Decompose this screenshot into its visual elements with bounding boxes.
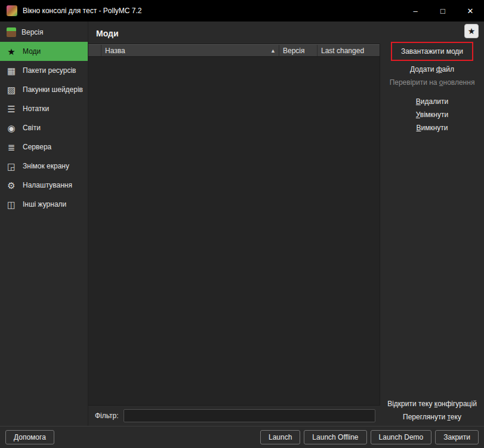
sidebar-item-servers[interactable]: ≣ Сервера	[0, 137, 88, 157]
maximize-button[interactable]: □	[429, 0, 457, 22]
sidebar-item-label: Версія	[21, 28, 44, 36]
launch-button[interactable]: Launch	[260, 430, 300, 444]
table-header-row: Назва ▲ Версія Last changed	[88, 44, 380, 57]
mods-table-body	[88, 57, 380, 405]
app-icon	[7, 5, 17, 16]
resource-pack-icon: ▦	[5, 66, 17, 75]
filter-row: Фільтр:	[88, 406, 380, 426]
select-column-header[interactable]	[88, 45, 101, 56]
sidebar-item-resource-packs[interactable]: ▦ Пакети ресурсів	[0, 61, 88, 80]
sidebar-item-worlds[interactable]: ◉ Світи	[0, 118, 88, 137]
sidebar-item-version[interactable]: Версія	[0, 23, 88, 42]
footer-bar: Допомога Launch Launch Offline Launch De…	[0, 426, 484, 448]
sidebar-item-label: Налаштування	[23, 181, 72, 189]
column-header-name-label: Назва	[105, 47, 125, 55]
launch-offline-button[interactable]: Launch Offline	[304, 430, 366, 444]
help-button[interactable]: Допомога	[5, 430, 54, 444]
launch-demo-button[interactable]: Launch Demo	[371, 430, 432, 444]
titlebar-close-button[interactable]: ✕	[457, 0, 484, 22]
sidebar-item-label: Інші журнали	[23, 200, 66, 208]
column-header-name[interactable]: Назва ▲	[101, 45, 279, 56]
sort-asc-icon: ▲	[270, 48, 276, 54]
sidebar-item-label: Знімок екрану	[23, 162, 69, 170]
delete-button[interactable]: Видалити	[411, 95, 453, 108]
filter-input[interactable]	[124, 409, 375, 422]
sidebar-item-mods[interactable]: ★ Моди	[0, 42, 88, 61]
sidebar-item-screenshots[interactable]: ◲ Знімок екрану	[0, 157, 88, 176]
grass-block-icon	[7, 27, 16, 37]
favorite-star-icon: ★	[468, 26, 476, 36]
annotation-highlight: Завантажити моди	[391, 42, 473, 61]
sidebar-item-label: Нотатки	[23, 105, 49, 113]
disable-button[interactable]: Вимкнути	[411, 121, 452, 134]
column-header-last-changed[interactable]: Last changed	[317, 45, 380, 56]
sidebar-item-label: Світи	[23, 124, 41, 132]
sidebar: Версія ★ Моди ▦ Пакети ресурсів ▨ Пакунк…	[0, 22, 88, 426]
worlds-icon: ◉	[5, 124, 17, 133]
minimize-button[interactable]: –	[402, 0, 429, 22]
column-header-version[interactable]: Версія	[279, 45, 317, 56]
mods-table: Назва ▲ Версія Last changed	[88, 44, 380, 406]
sidebar-item-notes[interactable]: ☰ Нотатки	[0, 99, 88, 118]
settings-icon: ⚙	[5, 181, 17, 190]
check-updates-button[interactable]: Перевірити на оновлення	[385, 76, 480, 89]
notes-icon: ☰	[5, 105, 17, 113]
page-title: Моди	[96, 29, 380, 38]
enable-button[interactable]: Увімкнути	[411, 108, 453, 121]
screenshot-icon: ◲	[5, 162, 17, 171]
logs-icon: ◫	[5, 200, 17, 209]
sidebar-item-label: Пакунки шейдерів	[23, 85, 83, 94]
sidebar-item-label: Пакети ресурсів	[23, 66, 76, 75]
servers-icon: ≣	[5, 143, 17, 152]
title-bar: Вікно консолі для тест - PollyMC 7.2 – □…	[0, 0, 484, 22]
sidebar-item-settings[interactable]: ⚙ Налаштування	[0, 176, 88, 195]
sidebar-item-shader-packs[interactable]: ▨ Пакунки шейдерів	[0, 80, 88, 99]
add-file-button[interactable]: Додати файл	[405, 63, 459, 76]
sidebar-item-label: Моди	[23, 47, 41, 56]
shader-pack-icon: ▨	[5, 85, 17, 94]
star-icon: ★	[5, 47, 17, 56]
sidebar-item-other-logs[interactable]: ◫ Інші журнали	[0, 195, 88, 214]
mods-page: Моди Назва ▲ Версія Last changed Фільтр:	[88, 22, 380, 426]
download-mods-button[interactable]: Завантажити моди	[396, 45, 468, 58]
window-title: Вікно консолі для тест - PollyMC 7.2	[23, 7, 142, 15]
mods-action-panel: ★ Завантажити моди Додати файл Перевірит…	[380, 22, 484, 426]
filter-label: Фільтр:	[95, 412, 119, 420]
sidebar-item-label: Сервера	[23, 143, 51, 151]
open-config-folder-button[interactable]: Відкрити теку конфігурацій	[383, 397, 482, 410]
favorite-star-button[interactable]: ★	[464, 24, 479, 38]
close-window-button[interactable]: Закрити	[435, 430, 479, 444]
view-folder-button[interactable]: Переглянути теку	[398, 410, 466, 424]
